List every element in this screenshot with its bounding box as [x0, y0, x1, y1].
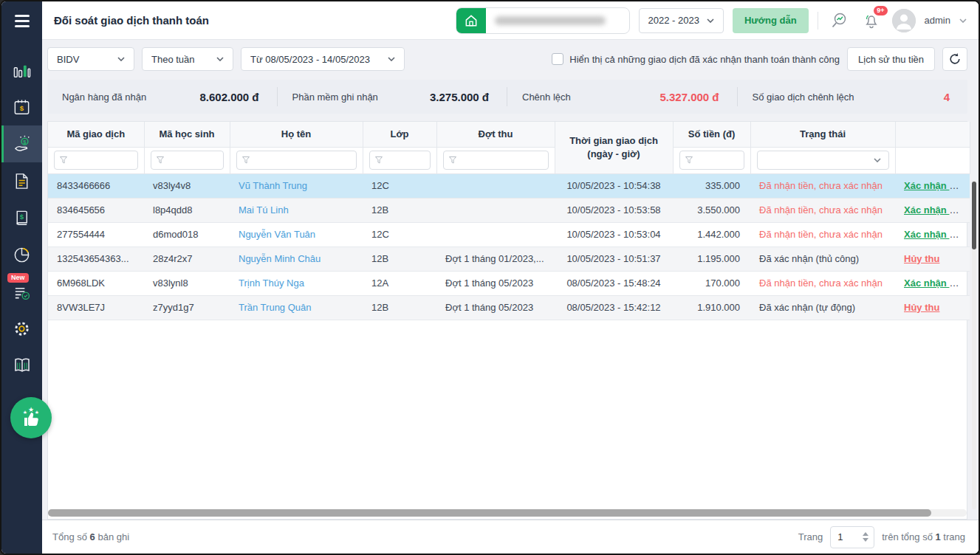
col-amount: Số tiền (đ) — [673, 122, 750, 147]
table-row[interactable]: 132543654363...28z4r2x7Nguyễn Minh Châu1… — [48, 247, 970, 271]
table-row[interactable]: 834645656l8p4qdd8Mai Tú Linh12B10/05/202… — [48, 198, 970, 222]
cell-status: Đã xác nhận (thủ công) — [750, 247, 895, 271]
cell-amount: 1.442.000 — [673, 222, 750, 247]
col-time-line2: (ngày - giờ) — [558, 148, 670, 161]
chevron-down-icon — [216, 57, 224, 61]
horizontal-scrollbar-thumb[interactable] — [48, 509, 931, 517]
confirm-collection-link[interactable]: Xác nhận thu — [904, 229, 964, 240]
user-avatar[interactable] — [892, 9, 916, 32]
funnel-icon — [685, 156, 693, 164]
chevron-down-icon[interactable] — [959, 18, 967, 23]
period-select[interactable]: Theo tuần — [142, 47, 233, 71]
refresh-button[interactable] — [942, 47, 967, 71]
cancel-collection-link[interactable]: Hủy thu — [904, 302, 939, 313]
student-name-link[interactable]: Mai Tú Linh — [239, 204, 289, 216]
funnel-icon — [242, 156, 250, 164]
show-confirmed-checkbox[interactable] — [552, 53, 563, 65]
chevron-down-icon — [874, 158, 881, 162]
sidebar-item-collect-money[interactable]: $ — [1, 125, 42, 162]
cell-status: Đã nhận tiền, chưa xác nhận — [750, 271, 895, 295]
student-name-link[interactable]: Vũ Thành Trung — [239, 180, 307, 191]
guide-button[interactable]: Hướng dẫn — [733, 8, 809, 33]
sidebar-item-library[interactable] — [1, 347, 42, 384]
hand-coin-icon: $ — [13, 134, 33, 154]
cell-student-id: z7yyd1g7 — [144, 295, 230, 320]
footer-bar: Tổng số 6 bản ghi Trang trên tổng số 1 t… — [42, 520, 979, 554]
bank-select[interactable]: BIDV — [47, 47, 134, 71]
document-icon — [13, 172, 31, 190]
records-total: Tổng số 6 bản ghi — [52, 531, 129, 542]
collection-history-button[interactable]: Lịch sử thu tiền — [847, 47, 935, 71]
filter-toolbar: BIDV Theo tuần Từ 08/05/2023 - 14/05/202… — [47, 47, 967, 71]
sidebar-item-fee-calendar[interactable]: $ — [1, 89, 42, 125]
cell-action: Hủy thu — [895, 247, 970, 271]
horizontal-scrollbar[interactable] — [48, 509, 967, 517]
sidebar-item-documents[interactable] — [1, 162, 42, 199]
show-confirmed-label: Hiển thị cả những giao dịch đã xác nhận … — [569, 54, 840, 65]
cell-time: 10/05/2023 - 10:54:38 — [555, 173, 673, 198]
cell-batch — [436, 222, 555, 247]
cell-status: Đã xác nhận (tự động) — [750, 295, 895, 320]
confirm-collection-link[interactable]: Xác nhận thu — [904, 180, 964, 191]
table-row[interactable]: 277554444d6mod018Nguyễn Văn Tuân12C10/05… — [48, 222, 970, 247]
sidebar-item-new-report[interactable]: New — [1, 273, 42, 310]
student-name-link[interactable]: Nguyễn Văn Tuân — [239, 229, 315, 240]
cell-student-name: Mai Tú Linh — [230, 198, 363, 222]
cell-student-name: Trần Trung Quân — [230, 295, 363, 320]
menu-toggle-icon[interactable] — [1, 1, 42, 40]
header-divider — [818, 12, 818, 30]
page-stepper-arrows[interactable] — [863, 532, 874, 542]
cancel-collection-link[interactable]: Hủy thu — [904, 253, 939, 264]
search-analytics-icon[interactable] — [827, 9, 851, 32]
step-up-icon[interactable] — [863, 532, 868, 536]
notifications-button[interactable]: 9+ — [860, 9, 883, 32]
sidebar-item-fee-book[interactable]: $ — [1, 199, 42, 236]
show-confirmed-toggle[interactable]: Hiển thị cả những giao dịch đã xác nhận … — [552, 53, 840, 65]
cell-student-id: 28z4r2x7 — [144, 247, 230, 271]
table-row[interactable]: 8433466666v83ly4v8Vũ Thành Trung12C10/05… — [48, 173, 970, 198]
col-time-line1: Thời gian giao dịch — [558, 134, 670, 148]
cell-student-name: Vũ Thành Trung — [230, 173, 363, 198]
feedback-button[interactable]: ★ ★ ★ — [10, 397, 52, 438]
confirm-collection-link[interactable]: Xác nhận thu — [904, 204, 964, 216]
cell-class: 12B — [363, 198, 436, 222]
cell-student-id: d6mod018 — [144, 222, 230, 247]
filter-name-input[interactable] — [236, 151, 357, 170]
school-year-select[interactable]: 2022 - 2023 — [639, 8, 724, 33]
vertical-scrollbar-thumb[interactable] — [972, 182, 976, 249]
student-name-link[interactable]: Trần Trung Quân — [239, 302, 312, 313]
cell-student-id: v83lynl8 — [144, 271, 230, 295]
cell-transaction-id: 8433466666 — [48, 173, 144, 198]
cell-transaction-id: 8VW3LE7J — [48, 295, 144, 320]
student-name-link[interactable]: Trịnh Thúy Nga — [239, 278, 304, 289]
table-row[interactable]: 6M968LDKv83lynl8Trịnh Thúy Nga12AĐợt 1 t… — [48, 271, 970, 295]
cell-amount: 1.195.000 — [673, 247, 750, 271]
sidebar-item-reports[interactable] — [1, 236, 42, 273]
pagination: Trang trên tổng số 1 trang — [798, 526, 965, 548]
school-selector[interactable] — [456, 7, 630, 34]
date-range-select[interactable]: Từ 08/05/2023 - 14/05/2023 — [241, 47, 405, 71]
user-name[interactable]: admin — [925, 15, 950, 26]
page-number-stepper[interactable] — [830, 526, 874, 548]
cell-action: Xác nhận thu — [895, 222, 970, 247]
step-down-icon[interactable] — [863, 538, 868, 542]
sidebar-item-statistics[interactable] — [1, 52, 42, 89]
cell-student-id: l8p4qdd8 — [144, 198, 230, 222]
records-total-prefix: Tổng số — [52, 531, 87, 542]
student-name-link[interactable]: Nguyễn Minh Châu — [239, 253, 321, 264]
sidebar-item-settings[interactable] — [1, 310, 42, 347]
funnel-icon — [60, 156, 67, 164]
cell-batch: Đợt 1 tháng 05/2023 — [436, 271, 555, 295]
stat-value: 4 — [944, 91, 950, 103]
chevron-down-icon — [117, 57, 125, 61]
filter-status-select[interactable] — [757, 151, 889, 170]
page-number-input[interactable] — [831, 531, 857, 542]
confirm-collection-link[interactable]: Xác nhận thu — [904, 278, 964, 289]
filter-batch-input[interactable] — [443, 151, 549, 170]
top-header: Đối soát giao dịch thanh toán 2022 - 202… — [42, 1, 979, 40]
stat-software-recorded: Phần mềm ghi nhận 3.275.000 đ — [278, 87, 508, 106]
vertical-scrollbar[interactable] — [972, 180, 976, 509]
col-batch: Đợt thu — [436, 122, 555, 147]
table-row[interactable]: 8VW3LE7Jz7yyd1g7Trần Trung Quân12BĐợt 1 … — [48, 295, 970, 320]
stat-value: 3.275.000 đ — [430, 91, 489, 103]
